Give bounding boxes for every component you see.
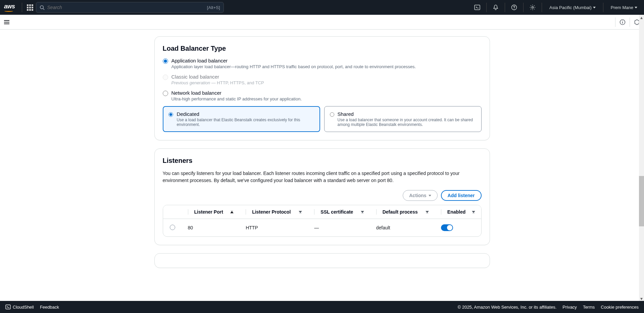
caret-down-icon: [635, 7, 637, 8]
option-network-lb[interactable]: Network load balancer Ultra-high perform…: [163, 90, 482, 101]
divider: [22, 3, 22, 12]
tile-desc: Use a load balancer that Elastic Beansta…: [177, 118, 314, 127]
sub-toolbar: [0, 15, 644, 30]
aws-logo[interactable]: aws: [4, 3, 15, 12]
divider: [523, 3, 524, 12]
search-icon: [40, 5, 45, 10]
cell-protocol: HTTP: [240, 219, 308, 237]
option-desc: Application layer load balancer—routing …: [171, 64, 416, 69]
col-default-process[interactable]: Default process: [370, 205, 435, 219]
region-label: Asia Pacific (Mumbai): [549, 5, 592, 10]
search-input[interactable]: [47, 5, 207, 10]
listeners-actions: Actions Add listener: [163, 190, 482, 201]
radio-application-lb[interactable]: [163, 58, 168, 64]
page-content: Load Balancer Type Application load bala…: [0, 30, 644, 296]
caret-down-icon: [593, 7, 596, 8]
radio-classic-lb: [163, 75, 168, 80]
divider: [603, 3, 603, 12]
lb-mode-tiles: Dedicated Use a load balancer that Elast…: [163, 106, 482, 132]
listeners-desc: You can specify listeners for your load …: [163, 170, 482, 184]
help-icon[interactable]: [510, 3, 518, 12]
col-enabled[interactable]: Enabled: [435, 205, 481, 219]
notifications-icon[interactable]: [491, 3, 500, 12]
option-label: Network load balancer: [171, 90, 302, 96]
svg-line-1: [43, 8, 44, 10]
radio-network-lb[interactable]: [163, 91, 168, 96]
cell-default-process: default: [370, 219, 435, 237]
card-load-balancer-type: Load Balancer Type Application load bala…: [154, 36, 490, 140]
tile-label: Shared: [338, 111, 476, 117]
cell-ssl: —: [308, 219, 370, 237]
card-title: Load Balancer Type: [163, 45, 482, 52]
sort-icon: [299, 211, 302, 213]
sort-icon: [472, 211, 475, 213]
divider: [542, 3, 542, 12]
actions-dropdown-button[interactable]: Actions: [403, 190, 437, 201]
scroll-up-icon[interactable]: ▴: [639, 15, 644, 20]
services-grid-icon[interactable]: [27, 4, 33, 11]
col-listener-protocol[interactable]: Listener Protocol: [240, 205, 308, 219]
svg-point-4: [532, 7, 534, 8]
add-listener-button[interactable]: Add listener: [441, 190, 482, 201]
search-hint: [Alt+S]: [207, 5, 220, 10]
option-application-lb[interactable]: Application load balancer Application la…: [163, 58, 482, 69]
sort-icon: [361, 211, 364, 213]
col-listener-port[interactable]: Listener Port: [182, 205, 240, 219]
option-label: Classic load balancer: [171, 74, 264, 80]
tile-shared[interactable]: Shared Use a load balancer that someone …: [324, 106, 482, 132]
table-row[interactable]: 80 HTTP — default: [163, 219, 481, 237]
top-nav: aws [Alt+S] Asia Pacific (Mumbai) Prem M…: [0, 0, 644, 15]
col-ssl[interactable]: SSL certificate: [308, 205, 370, 219]
cloudshell-icon[interactable]: [473, 3, 482, 12]
enabled-toggle[interactable]: [441, 224, 453, 231]
row-select-radio[interactable]: [170, 225, 175, 230]
option-desc: Ultra-high performance and static IP add…: [171, 96, 302, 101]
option-label: Application load balancer: [171, 58, 416, 63]
cell-port: 80: [182, 219, 240, 237]
svg-marker-8: [635, 19, 639, 25]
divider: [486, 3, 487, 12]
info-icon[interactable]: [615, 17, 626, 27]
global-search[interactable]: [Alt+S]: [36, 2, 224, 13]
scroll-thumb[interactable]: [639, 176, 644, 226]
option-classic-lb: Classic load balancer Previous generatio…: [163, 74, 482, 85]
sort-asc-icon: [230, 211, 234, 213]
sort-icon: [426, 211, 429, 213]
settings-icon[interactable]: [528, 3, 537, 12]
scrollbar[interactable]: ▴ ▾: [639, 15, 644, 296]
option-desc: Previous generation — HTTP, HTTPS, and T…: [171, 80, 264, 85]
radio-shared[interactable]: [330, 112, 334, 117]
card-listeners: Listeners You can specify listeners for …: [154, 148, 490, 245]
card-title: Listeners: [163, 157, 482, 165]
nav-toggle-icon[interactable]: [4, 19, 9, 25]
tile-desc: Use a load balancer that someone in your…: [338, 118, 476, 127]
caret-down-icon: [429, 195, 431, 196]
tile-label: Dedicated: [177, 111, 314, 117]
user-label: Prem Mane: [611, 5, 633, 10]
divider: [505, 3, 505, 12]
tile-dedicated[interactable]: Dedicated Use a load balancer that Elast…: [163, 106, 320, 132]
svg-point-7: [622, 20, 623, 21]
listeners-table: Listener Port Listener Protocol SSL cert…: [163, 205, 482, 237]
svg-point-0: [40, 5, 43, 8]
account-selector[interactable]: Prem Mane: [608, 5, 640, 10]
region-selector[interactable]: Asia Pacific (Mumbai): [547, 5, 598, 10]
hexagon-icon[interactable]: [630, 17, 640, 27]
scroll-down-icon[interactable]: ▾: [639, 296, 644, 296]
card-next-peek: [154, 253, 490, 268]
radio-dedicated[interactable]: [168, 112, 174, 117]
